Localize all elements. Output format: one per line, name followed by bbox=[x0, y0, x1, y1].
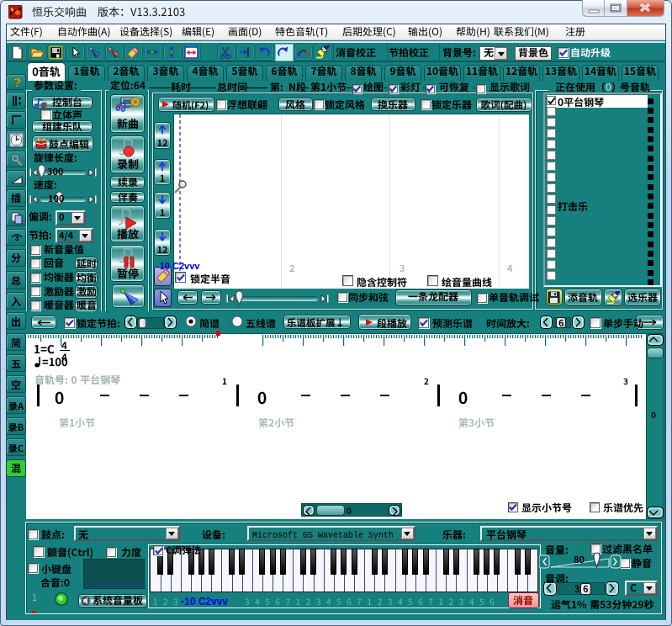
svg-text:?: ? bbox=[13, 75, 20, 89]
svg-text:3: 3 bbox=[14, 234, 19, 242]
